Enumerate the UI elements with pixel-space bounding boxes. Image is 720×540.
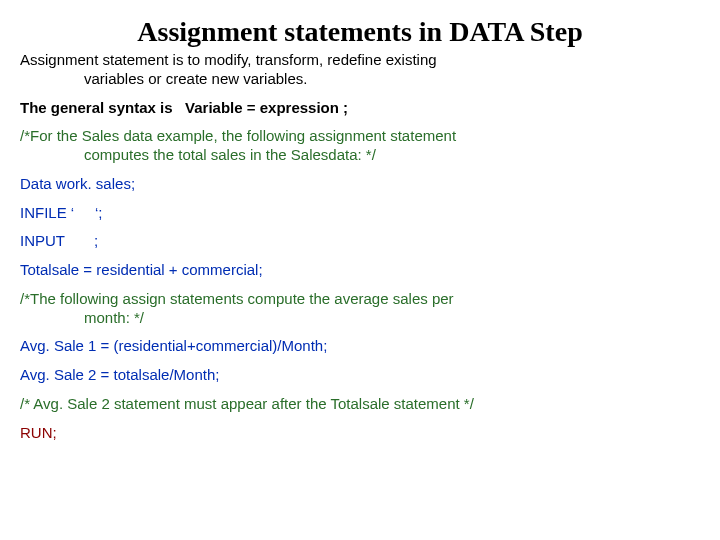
comment-2: /*The following assign statements comput… [20,290,700,328]
code-run: RUN; [20,424,700,443]
syntax-pad [173,99,186,116]
kw-infile: INFILE [20,204,67,221]
comment-2-line-1: /*The following assign statements comput… [20,290,454,307]
kw-input: INPUT [20,232,65,249]
intro-line-1: Assignment statement is to modify, trans… [20,51,437,68]
comment-1-line-1: /*For the Sales data example, the follow… [20,127,456,144]
data-value: work. sales; [52,175,135,192]
comment-3: /* Avg. Sale 2 statement must appear aft… [20,395,700,414]
code-infile: INFILE ‘ ‘; [20,204,700,223]
page-title: Assignment statements in DATA Step [20,14,700,49]
code-avg1: Avg. Sale 1 = (residential+commercial)/M… [20,337,700,356]
comment-1-line-2: computes the total sales in the Salesdat… [52,146,376,163]
code-data: Data work. sales; [20,175,700,194]
syntax-line: The general syntax is Variable = express… [20,99,700,118]
code-avg2: Avg. Sale 2 = totalsale/Month; [20,366,700,385]
comment-1: /*For the Sales data example, the follow… [20,127,700,165]
intro-line-2: variables or create new variables. [52,70,307,87]
code-input: INPUT ; [20,232,700,251]
code-totalsale: Totalsale = residential + commercial; [20,261,700,280]
comment-2-line-2: month: */ [52,309,144,326]
kw-data: Data [20,175,52,192]
syntax-label: The general syntax is [20,99,173,116]
intro-text: Assignment statement is to modify, trans… [20,51,700,89]
infile-value: ‘ ‘; [67,204,103,221]
syntax-expr: Variable = expression ; [185,99,348,116]
input-value: ; [65,232,98,249]
